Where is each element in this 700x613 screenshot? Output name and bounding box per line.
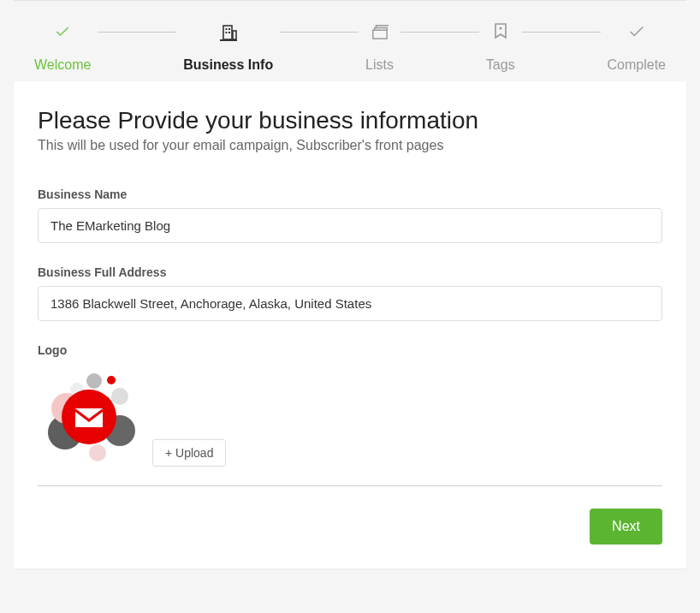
svg-rect-1 [223,26,232,39]
page-heading: Please Provide your business information [38,107,662,134]
stack-icon [371,21,389,42]
step-connector [522,32,601,33]
svg-point-8 [499,27,501,30]
svg-rect-3 [228,28,230,30]
check-icon [627,21,646,42]
svg-rect-4 [225,32,227,33]
step-business-info[interactable]: Business Info [183,21,273,73]
svg-rect-7 [372,30,386,39]
next-button[interactable]: Next [590,509,662,545]
step-lists[interactable]: Lists [365,21,394,73]
svg-point-14 [111,388,128,405]
svg-rect-2 [225,28,227,30]
svg-point-13 [107,376,116,384]
step-welcome[interactable]: Welcome [34,21,91,73]
step-connector [400,32,479,33]
logo-label: Logo [38,343,662,357]
svg-rect-6 [233,31,236,39]
logo-preview [38,364,140,467]
step-connector [98,32,176,33]
step-label: Complete [608,57,666,73]
business-address-label: Business Full Address [38,265,662,279]
check-icon [54,21,71,42]
svg-rect-17 [75,408,103,427]
business-name-input[interactable] [38,208,662,243]
upload-button[interactable]: + Upload [152,439,226,467]
building-icon [218,21,239,42]
svg-point-18 [89,444,106,461]
page-subheading: This will be used for your email campaig… [38,138,662,153]
step-label: Business Info [183,57,273,73]
step-complete[interactable]: Complete [608,21,666,73]
business-name-label: Business Name [38,187,662,201]
form-card: Please Provide your business information… [14,81,686,568]
step-label: Welcome [34,57,91,73]
form-footer: Next [38,509,662,545]
step-label: Lists [365,57,394,73]
step-connector [280,32,359,33]
wizard-stepper: Welcome Business Info Lists Tags Complet… [0,1,700,81]
svg-point-12 [86,373,102,389]
svg-rect-5 [228,32,230,33]
tag-icon [492,21,509,42]
section-divider [38,485,662,486]
step-tags[interactable]: Tags [486,21,515,73]
step-label: Tags [486,57,515,73]
business-address-input[interactable] [38,286,662,321]
